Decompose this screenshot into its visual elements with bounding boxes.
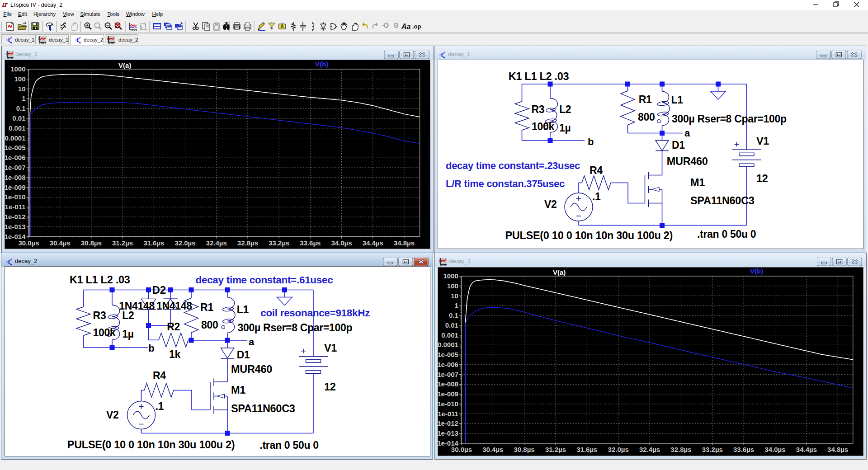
svg-text:31.2µs: 31.2µs — [112, 239, 133, 247]
svg-text:K1 L1 L2 .03: K1 L1 L2 .03 — [509, 70, 569, 82]
svg-text:D1: D1 — [672, 139, 685, 151]
svg-text:R2: R2 — [167, 321, 180, 333]
svg-text:800: 800 — [201, 319, 218, 331]
svg-text:800: 800 — [638, 111, 655, 123]
svg-text:Aa: Aa — [401, 23, 411, 30]
svg-text:1N4148: 1N4148 — [156, 300, 192, 312]
svg-text:12: 12 — [756, 173, 768, 184]
svg-text:.tran 0 50u 0: .tran 0 50u 0 — [697, 228, 756, 240]
svg-text:PULSE(0 10 0 10n 10n 30u 100u: PULSE(0 10 0 10n 10n 30u 100u 2) — [67, 439, 235, 451]
svg-text:30.8µs: 30.8µs — [81, 239, 102, 247]
svg-text:32.4µs: 32.4µs — [639, 446, 660, 453]
svg-text:1e-013: 1e-013 — [438, 429, 458, 437]
svg-text:V(b): V(b) — [750, 268, 763, 275]
svg-text:1e-008: 1e-008 — [5, 174, 26, 181]
svg-text:L2: L2 — [559, 103, 571, 115]
svg-text:L1: L1 — [237, 304, 249, 315]
svg-text:33.2µs: 33.2µs — [269, 239, 289, 247]
svg-text:decay time constant=.23usec: decay time constant=.23usec — [446, 160, 580, 171]
svg-text:1e-005: 1e-005 — [5, 144, 26, 151]
svg-text:a: a — [684, 127, 690, 139]
svg-text:L2: L2 — [122, 310, 134, 321]
svg-text:30.0µs: 30.0µs — [18, 239, 39, 247]
svg-text:1e-010: 1e-010 — [438, 400, 458, 408]
svg-text:1e-007: 1e-007 — [5, 164, 26, 171]
svg-text:V(a): V(a) — [118, 61, 131, 69]
svg-text:100k: 100k — [532, 121, 554, 132]
svg-text:1e-008: 1e-008 — [438, 380, 458, 388]
svg-text:100: 100 — [14, 75, 25, 83]
svg-text:R1: R1 — [639, 94, 652, 105]
svg-text:0.1: 0.1 — [16, 104, 26, 112]
svg-text:30.4µs: 30.4µs — [482, 446, 503, 453]
svg-text:0.0001: 0.0001 — [438, 341, 458, 348]
svg-text:31.2µs: 31.2µs — [545, 446, 566, 453]
svg-text:1000: 1000 — [443, 272, 458, 280]
svg-text:31.6µs: 31.6µs — [143, 239, 164, 247]
svg-text:0.001: 0.001 — [441, 331, 458, 339]
svg-text:32.0µs: 32.0µs — [175, 239, 195, 247]
svg-text:PULSE(0 10 0 10n 10n 30u 100u: PULSE(0 10 0 10n 10n 30u 100u 2) — [505, 230, 673, 241]
svg-text:1e-013: 1e-013 — [5, 223, 26, 230]
svg-text:K1 L1 L2 .03: K1 L1 L2 .03 — [70, 274, 130, 286]
svg-text:SPA11N60C3: SPA11N60C3 — [690, 195, 755, 207]
svg-text:1e-011: 1e-011 — [5, 203, 26, 211]
svg-text:V1: V1 — [324, 342, 337, 354]
svg-text:0.1: 0.1 — [449, 311, 458, 319]
svg-text:MUR460: MUR460 — [231, 363, 272, 375]
svg-text:M1: M1 — [690, 177, 705, 188]
svg-text:D1: D1 — [237, 349, 250, 361]
svg-text:31.6µs: 31.6µs — [576, 446, 597, 453]
svg-text:30.0µs: 30.0µs — [451, 446, 472, 453]
svg-text:L/R time constan.375usec: L/R time constan.375usec — [446, 178, 565, 189]
svg-text:33.6µs: 33.6µs — [733, 446, 754, 453]
svg-text:33.2µs: 33.2µs — [702, 446, 723, 453]
svg-text:32.8µs: 32.8µs — [237, 239, 258, 247]
svg-text:0.01: 0.01 — [445, 321, 458, 329]
svg-text:32.0µs: 32.0µs — [608, 446, 629, 453]
svg-text:a: a — [249, 336, 255, 348]
svg-text:1e-006: 1e-006 — [5, 154, 26, 161]
svg-text:R3: R3 — [531, 103, 544, 115]
svg-text:1e-010: 1e-010 — [5, 193, 26, 201]
svg-text:R3: R3 — [93, 310, 106, 321]
svg-text:1e-009: 1e-009 — [5, 183, 26, 191]
svg-text:32.4µs: 32.4µs — [206, 239, 227, 247]
svg-text:30.8µs: 30.8µs — [514, 446, 535, 453]
svg-text:1e-005: 1e-005 — [438, 351, 458, 358]
svg-text:V(a): V(a) — [553, 268, 566, 276]
svg-text:R1: R1 — [200, 301, 213, 313]
svg-text:D2: D2 — [152, 284, 166, 296]
svg-text:decay time constant=.61usec: decay time constant=.61usec — [196, 274, 333, 286]
svg-text:1000: 1000 — [10, 65, 25, 73]
svg-text:1e-007: 1e-007 — [438, 371, 458, 378]
svg-text:M1: M1 — [231, 384, 245, 396]
svg-text:10: 10 — [451, 292, 458, 300]
svg-text:10: 10 — [18, 85, 26, 93]
svg-text:R4: R4 — [153, 370, 166, 381]
svg-text:.1: .1 — [592, 191, 601, 202]
svg-text:.tran 0 50u 0: .tran 0 50u 0 — [259, 439, 318, 451]
svg-text:1e-009: 1e-009 — [438, 390, 458, 398]
svg-text:33.6µs: 33.6µs — [300, 239, 321, 247]
svg-text:100k: 100k — [93, 327, 116, 338]
svg-text:0.01: 0.01 — [12, 114, 25, 122]
svg-text:1e-006: 1e-006 — [438, 361, 458, 368]
svg-text:1e-012: 1e-012 — [5, 213, 26, 221]
svg-text:300µ Rser=8 Cpar=100p: 300µ Rser=8 Cpar=100p — [672, 113, 787, 125]
svg-text:R4: R4 — [590, 164, 603, 176]
svg-text:300µ Rser=8 Cpar=100p: 300µ Rser=8 Cpar=100p — [238, 322, 353, 334]
svg-text:L1: L1 — [671, 94, 684, 106]
svg-text:coil resonance=918kHz: coil resonance=918kHz — [260, 307, 370, 319]
svg-text:0.0001: 0.0001 — [5, 134, 26, 142]
svg-text:b: b — [588, 136, 594, 147]
svg-text:1: 1 — [455, 301, 458, 309]
svg-text:34.4µs: 34.4µs — [796, 446, 817, 453]
svg-text:34.8µs: 34.8µs — [827, 446, 848, 453]
svg-text:1µ: 1µ — [559, 122, 571, 134]
svg-text:32.8µs: 32.8µs — [670, 446, 691, 453]
svg-text:V2: V2 — [544, 198, 557, 210]
svg-text:1µ: 1µ — [122, 328, 133, 340]
svg-text:1e-012: 1e-012 — [438, 419, 458, 427]
svg-text:b: b — [148, 343, 154, 354]
